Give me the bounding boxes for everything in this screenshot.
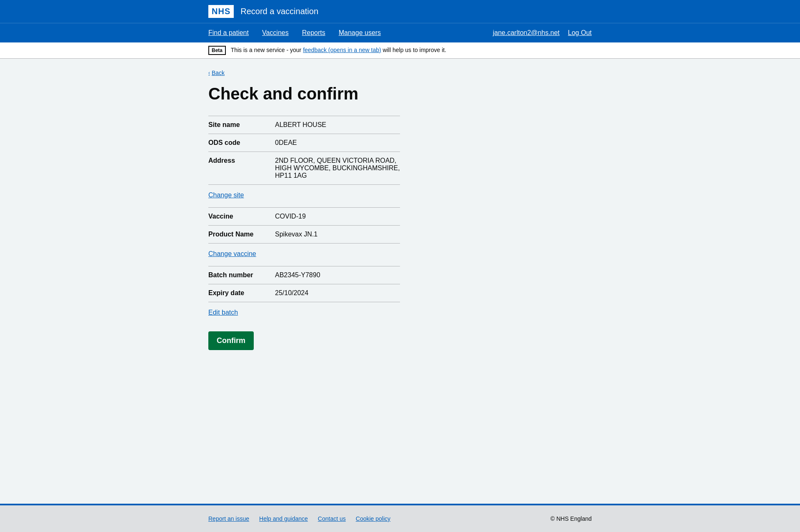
table-row: Site name ALBERT HOUSE bbox=[208, 116, 400, 134]
ods-code-label: ODS code bbox=[208, 134, 275, 152]
beta-text-after: will help us to improve it. bbox=[381, 47, 446, 53]
ods-code-value: 0DEAE bbox=[275, 134, 400, 152]
site-summary-table: Site name ALBERT HOUSE ODS code 0DEAE Ad… bbox=[208, 116, 400, 185]
batch-number-label: Batch number bbox=[208, 266, 275, 284]
vaccine-summary-table: Vaccine COVID-19 Product Name Spikevax J… bbox=[208, 207, 400, 244]
table-row: Vaccine COVID-19 bbox=[208, 208, 400, 226]
product-name-value: Spikevax JN.1 bbox=[275, 226, 400, 244]
edit-batch-link[interactable]: Edit batch bbox=[208, 309, 238, 316]
change-site-link[interactable]: Change site bbox=[208, 191, 244, 199]
feedback-link[interactable]: feedback (opens in a new tab) bbox=[303, 47, 381, 53]
footer-links: Report an issue Help and guidance Contac… bbox=[208, 515, 390, 522]
site-name-label: Site name bbox=[208, 116, 275, 134]
nav-reports[interactable]: Reports bbox=[302, 23, 332, 42]
table-row: ODS code 0DEAE bbox=[208, 134, 400, 152]
main-content: ‹ Back Check and confirm Site name ALBER… bbox=[0, 59, 800, 504]
change-vaccine-link[interactable]: Change vaccine bbox=[208, 250, 256, 258]
table-row: Product Name Spikevax JN.1 bbox=[208, 226, 400, 244]
batch-summary-table: Batch number AB2345-Y7890 Expiry date 25… bbox=[208, 266, 400, 302]
table-row: Expiry date 25/10/2024 bbox=[208, 284, 400, 302]
nav-manage-users[interactable]: Manage users bbox=[339, 23, 388, 42]
confirm-button[interactable]: Confirm bbox=[208, 331, 254, 350]
page-title: Check and confirm bbox=[208, 85, 592, 103]
beta-text-before: This is a new service - your bbox=[231, 47, 303, 53]
expiry-date-value: 25/10/2024 bbox=[275, 284, 400, 302]
back-label: Back bbox=[212, 70, 225, 76]
header-title: Record a vaccination bbox=[240, 7, 318, 16]
nav-links: Find a patient Vaccines Reports Manage u… bbox=[208, 23, 394, 42]
beta-tag: Beta bbox=[208, 46, 226, 55]
address-label: Address bbox=[208, 152, 275, 185]
table-row: Batch number AB2345-Y7890 bbox=[208, 266, 400, 284]
address-value: 2ND FLOOR, QUEEN VICTORIA ROAD, HIGH WYC… bbox=[275, 152, 400, 185]
vaccine-value: COVID-19 bbox=[275, 208, 400, 226]
back-link[interactable]: ‹ Back bbox=[208, 70, 225, 76]
footer-copyright: © NHS England bbox=[550, 515, 592, 522]
help-guidance-link[interactable]: Help and guidance bbox=[259, 515, 308, 522]
nav-vaccines[interactable]: Vaccines bbox=[262, 23, 295, 42]
site-footer: Report an issue Help and guidance Contac… bbox=[0, 504, 800, 532]
site-name-value: ALBERT HOUSE bbox=[275, 116, 400, 134]
expiry-date-label: Expiry date bbox=[208, 284, 275, 302]
main-nav: Find a patient Vaccines Reports Manage u… bbox=[0, 23, 800, 42]
back-chevron-icon: ‹ bbox=[208, 70, 210, 76]
report-issue-link[interactable]: Report an issue bbox=[208, 515, 249, 522]
beta-banner: Beta This is a new service - your feedba… bbox=[0, 42, 800, 59]
nav-find-patient[interactable]: Find a patient bbox=[208, 23, 255, 42]
table-row: Address 2ND FLOOR, QUEEN VICTORIA ROAD, … bbox=[208, 152, 400, 185]
nhs-logo: NHS bbox=[208, 5, 234, 18]
batch-number-value: AB2345-Y7890 bbox=[275, 266, 400, 284]
product-name-label: Product Name bbox=[208, 226, 275, 244]
vaccine-label: Vaccine bbox=[208, 208, 275, 226]
site-header: NHS Record a vaccination bbox=[0, 0, 800, 23]
user-email[interactable]: jane.carlton2@nhs.net bbox=[493, 29, 560, 37]
cookie-policy-link[interactable]: Cookie policy bbox=[356, 515, 390, 522]
contact-us-link[interactable]: Contact us bbox=[318, 515, 346, 522]
logout-link[interactable]: Log Out bbox=[568, 29, 592, 37]
nav-user-area: jane.carlton2@nhs.net Log Out bbox=[493, 29, 592, 37]
